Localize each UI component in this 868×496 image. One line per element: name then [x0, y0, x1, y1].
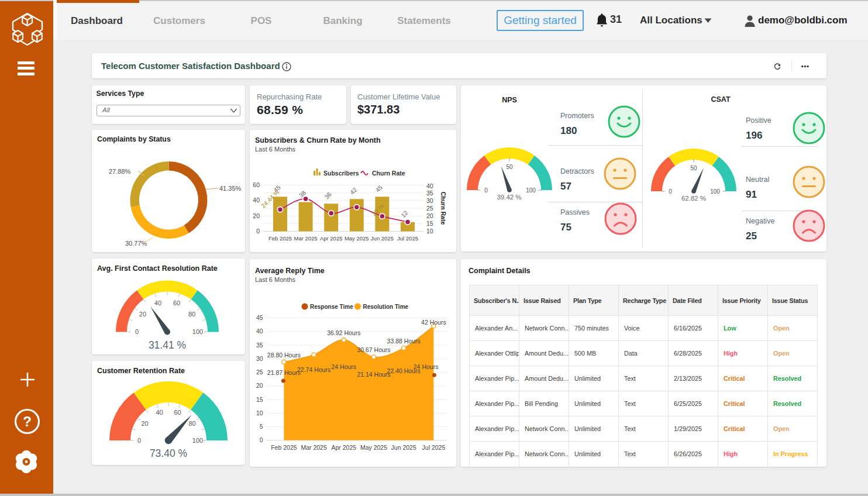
svg-text:22.74 Hours: 22.74 Hours — [297, 366, 330, 373]
svg-text:12: 12 — [399, 209, 409, 219]
svg-text:5: 5 — [260, 423, 263, 430]
svg-text:50: 50 — [690, 164, 697, 171]
svg-text:20: 20 — [141, 420, 148, 427]
svg-text:20: 20 — [253, 212, 260, 219]
svg-text:24 Hours: 24 Hours — [414, 363, 439, 370]
svg-text:25: 25 — [426, 205, 433, 212]
svg-text:Apr 2025: Apr 2025 — [320, 235, 343, 242]
svg-text:42: 42 — [349, 186, 359, 196]
svg-text:30.77%: 30.77% — [125, 240, 147, 247]
svg-text:May 2025: May 2025 — [360, 444, 387, 451]
svg-text:Jul 2025: Jul 2025 — [422, 444, 446, 451]
svg-text:Subscribers: Subscribers — [323, 170, 359, 177]
svg-text:40: 40 — [253, 197, 260, 204]
svg-text:60: 60 — [173, 299, 180, 306]
svg-text:100: 100 — [192, 328, 203, 335]
svg-text:100: 100 — [710, 188, 720, 194]
svg-text:Response Time: Response Time — [310, 304, 353, 310]
svg-text:15: 15 — [426, 220, 433, 227]
svg-text:80: 80 — [188, 420, 195, 427]
svg-text:42 Hours: 42 Hours — [421, 319, 446, 326]
svg-text:Mar 2025: Mar 2025 — [301, 444, 327, 451]
svg-text:36: 36 — [323, 191, 333, 201]
svg-text:60: 60 — [253, 181, 260, 188]
svg-text:0: 0 — [669, 188, 672, 194]
svg-text:Apr 2025: Apr 2025 — [331, 444, 356, 451]
svg-text:Feb 2025: Feb 2025 — [268, 235, 292, 242]
svg-text:Mar 2025: Mar 2025 — [294, 235, 318, 242]
svg-text:20: 20 — [426, 212, 433, 219]
svg-text:33.88 Hours: 33.88 Hours — [387, 337, 421, 345]
svg-text:?: ? — [23, 414, 32, 429]
svg-text:28.80 Hours: 28.80 Hours — [267, 352, 301, 359]
svg-text:40: 40 — [256, 328, 263, 335]
svg-text:30: 30 — [426, 197, 433, 204]
svg-text:10: 10 — [256, 409, 263, 416]
svg-text:40: 40 — [154, 299, 161, 306]
svg-text:0: 0 — [135, 328, 139, 335]
svg-text:Jun 2025: Jun 2025 — [371, 235, 394, 242]
svg-text:30.67 Hours: 30.67 Hours — [357, 346, 390, 353]
svg-text:Churn Rate: Churn Rate — [372, 170, 405, 177]
svg-text:30: 30 — [256, 355, 263, 362]
svg-text:100: 100 — [526, 187, 536, 194]
svg-text:41.35%: 41.35% — [219, 185, 242, 192]
svg-text:36.92 Hours: 36.92 Hours — [327, 329, 360, 336]
svg-text:24 Hours: 24 Hours — [331, 363, 356, 370]
svg-text:27.88%: 27.88% — [109, 168, 131, 175]
svg-text:20: 20 — [139, 311, 146, 318]
svg-text:0: 0 — [484, 187, 488, 194]
svg-text:Resolution Time: Resolution Time — [363, 304, 409, 310]
svg-text:25: 25 — [256, 368, 263, 376]
svg-text:Feb 2025: Feb 2025 — [271, 444, 297, 451]
svg-text:100: 100 — [192, 437, 203, 444]
svg-text:0: 0 — [260, 436, 263, 443]
svg-text:20: 20 — [256, 382, 263, 389]
svg-text:40: 40 — [426, 182, 433, 190]
svg-text:60: 60 — [174, 409, 181, 416]
svg-text:21.87 Hours: 21.87 Hours — [267, 369, 301, 376]
svg-text:10: 10 — [426, 228, 433, 235]
svg-text:40: 40 — [156, 409, 163, 416]
svg-text:May 2025: May 2025 — [345, 235, 369, 242]
svg-text:50: 50 — [506, 164, 513, 170]
svg-text:0: 0 — [256, 228, 260, 235]
svg-text:45: 45 — [256, 314, 263, 321]
svg-text:Jun 2025: Jun 2025 — [391, 444, 416, 451]
svg-text:Churn Rate: Churn Rate — [440, 192, 447, 225]
svg-text:Jul 2025: Jul 2025 — [397, 235, 418, 242]
svg-text:80: 80 — [188, 311, 195, 318]
svg-text:0: 0 — [137, 437, 141, 444]
svg-text:21.14 Hours: 21.14 Hours — [357, 371, 390, 378]
svg-text:35: 35 — [426, 190, 433, 197]
svg-text:15: 15 — [256, 396, 263, 403]
svg-text:35: 35 — [256, 342, 263, 349]
